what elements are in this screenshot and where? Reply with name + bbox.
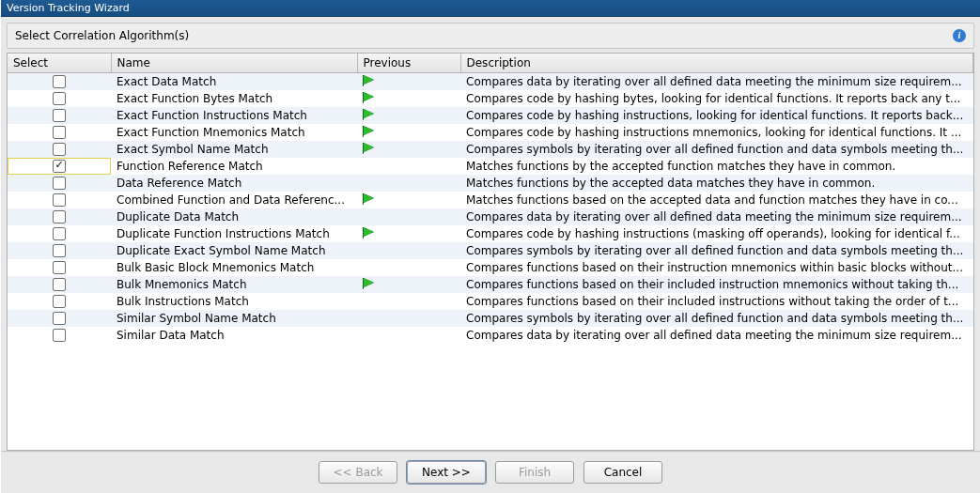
previous-cell bbox=[357, 225, 460, 242]
select-cell[interactable] bbox=[8, 107, 111, 124]
table-row[interactable]: Similar Data MatchCompares data by itera… bbox=[8, 327, 973, 344]
select-cell[interactable] bbox=[8, 124, 111, 141]
select-cell[interactable] bbox=[8, 208, 111, 225]
table-row[interactable]: Function Reference MatchMatches function… bbox=[8, 158, 973, 175]
name-cell: Exact Data Match bbox=[111, 73, 357, 91]
description-cell: Compares functions based on their includ… bbox=[460, 276, 973, 293]
table-row[interactable]: Exact Data MatchCompares data by iterati… bbox=[8, 73, 973, 91]
select-checkbox[interactable] bbox=[53, 109, 66, 122]
table-row[interactable]: Duplicate Function Instructions MatchCom… bbox=[8, 225, 973, 242]
name-cell: Exact Symbol Name Match bbox=[111, 141, 357, 158]
previous-cell bbox=[357, 293, 460, 310]
table-row[interactable]: Combined Function and Data Referenc...Ma… bbox=[8, 192, 973, 208]
flag-icon bbox=[363, 92, 380, 103]
select-checkbox[interactable] bbox=[53, 210, 66, 223]
table-row[interactable]: Duplicate Data MatchCompares data by ite… bbox=[8, 208, 973, 225]
select-cell[interactable] bbox=[8, 225, 111, 242]
flag-icon bbox=[363, 193, 380, 205]
select-cell[interactable] bbox=[8, 90, 111, 107]
flag-icon bbox=[363, 126, 380, 137]
previous-cell bbox=[357, 310, 460, 327]
select-cell[interactable] bbox=[8, 158, 111, 175]
col-header-previous[interactable]: Previous bbox=[357, 54, 460, 73]
description-cell: Compares code by hashing instructions (m… bbox=[460, 225, 973, 242]
name-cell: Exact Function Mnemonics Match bbox=[111, 124, 357, 141]
previous-cell bbox=[357, 208, 460, 225]
col-header-name[interactable]: Name bbox=[111, 54, 357, 73]
window-title: Version Tracking Wizard bbox=[7, 2, 130, 14]
select-checkbox[interactable] bbox=[53, 329, 66, 342]
previous-cell bbox=[357, 141, 460, 158]
table-row[interactable]: Exact Function Mnemonics MatchCompares c… bbox=[8, 124, 973, 141]
select-cell[interactable] bbox=[8, 259, 111, 276]
description-cell: Compares code by hashing instructions mn… bbox=[460, 124, 973, 141]
description-cell: Compares data by iterating over all defi… bbox=[460, 208, 973, 225]
select-checkbox[interactable] bbox=[53, 295, 66, 308]
previous-cell bbox=[357, 73, 460, 91]
select-checkbox[interactable] bbox=[53, 92, 66, 105]
table-row[interactable]: Exact Function Instructions MatchCompare… bbox=[8, 107, 973, 124]
flag-icon bbox=[363, 278, 380, 289]
previous-cell bbox=[357, 327, 460, 344]
table-row[interactable]: Duplicate Exact Symbol Name MatchCompare… bbox=[8, 242, 973, 259]
select-checkbox[interactable] bbox=[53, 278, 66, 291]
previous-cell bbox=[357, 175, 460, 192]
name-cell: Bulk Basic Block Mnemonics Match bbox=[111, 259, 357, 276]
select-cell[interactable] bbox=[8, 192, 111, 208]
table-row[interactable]: Bulk Instructions MatchCompares function… bbox=[8, 293, 973, 310]
select-cell[interactable] bbox=[8, 310, 111, 327]
select-cell[interactable] bbox=[8, 175, 111, 192]
name-cell: Duplicate Exact Symbol Name Match bbox=[111, 242, 357, 259]
name-cell: Similar Symbol Name Match bbox=[111, 310, 357, 327]
name-cell: Data Reference Match bbox=[111, 175, 357, 192]
select-cell[interactable] bbox=[8, 293, 111, 310]
previous-cell bbox=[357, 124, 460, 141]
select-cell[interactable] bbox=[8, 327, 111, 344]
table-row[interactable]: Exact Function Bytes MatchCompares code … bbox=[8, 90, 973, 107]
name-cell: Duplicate Data Match bbox=[111, 208, 357, 225]
col-header-description[interactable]: Description bbox=[460, 54, 973, 73]
select-checkbox[interactable] bbox=[53, 244, 66, 257]
select-checkbox[interactable] bbox=[53, 177, 66, 190]
table-row[interactable]: Bulk Mnemonics MatchCompares functions b… bbox=[8, 276, 973, 293]
select-cell[interactable] bbox=[8, 242, 111, 259]
previous-cell bbox=[357, 90, 460, 107]
name-cell: Bulk Instructions Match bbox=[111, 293, 357, 310]
cancel-button[interactable]: Cancel bbox=[583, 461, 662, 484]
name-cell: Exact Function Bytes Match bbox=[111, 90, 357, 107]
select-cell[interactable] bbox=[8, 73, 111, 91]
description-cell: Matches functions by the accepted data m… bbox=[460, 175, 973, 192]
select-checkbox[interactable] bbox=[53, 193, 66, 207]
select-checkbox[interactable] bbox=[53, 143, 66, 156]
name-cell: Bulk Mnemonics Match bbox=[111, 276, 357, 293]
description-cell: Compares symbols by iterating over all d… bbox=[460, 141, 973, 158]
select-checkbox[interactable] bbox=[53, 312, 66, 325]
flag-icon bbox=[363, 143, 380, 154]
name-cell: Similar Data Match bbox=[111, 327, 357, 344]
next-button[interactable]: Next >> bbox=[407, 461, 486, 484]
previous-cell bbox=[357, 242, 460, 259]
wizard-step-title: Select Correlation Algorithm(s) bbox=[15, 29, 189, 42]
table-row[interactable]: Bulk Basic Block Mnemonics MatchCompares… bbox=[8, 259, 973, 276]
table-header-row: Select Name Previous Description bbox=[8, 54, 973, 73]
select-checkbox[interactable] bbox=[53, 227, 66, 240]
table-row[interactable]: Similar Symbol Name MatchCompares symbol… bbox=[8, 310, 973, 327]
flag-icon bbox=[363, 227, 380, 239]
finish-button[interactable]: Finish bbox=[495, 461, 574, 484]
flag-icon bbox=[363, 109, 380, 120]
select-checkbox[interactable] bbox=[53, 261, 66, 274]
table-row[interactable]: Exact Symbol Name MatchCompares symbols … bbox=[8, 141, 973, 158]
select-cell[interactable] bbox=[8, 141, 111, 158]
table-row[interactable]: Data Reference MatchMatches functions by… bbox=[8, 175, 973, 192]
name-cell: Duplicate Function Instructions Match bbox=[111, 225, 357, 242]
previous-cell bbox=[357, 276, 460, 293]
description-cell: Compares data by iterating over all defi… bbox=[460, 327, 973, 344]
select-checkbox[interactable] bbox=[53, 160, 66, 173]
select-checkbox[interactable] bbox=[53, 126, 66, 139]
back-button[interactable]: << Back bbox=[319, 461, 397, 484]
col-header-select[interactable]: Select bbox=[8, 54, 111, 73]
wizard-step-header: Select Correlation Algorithm(s) i bbox=[7, 23, 974, 49]
info-icon[interactable]: i bbox=[953, 29, 966, 42]
select-checkbox[interactable] bbox=[53, 75, 66, 88]
select-cell[interactable] bbox=[8, 276, 111, 293]
